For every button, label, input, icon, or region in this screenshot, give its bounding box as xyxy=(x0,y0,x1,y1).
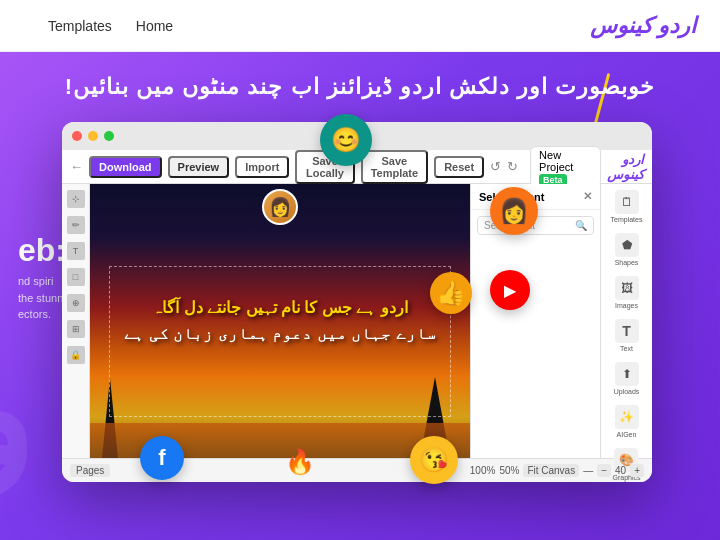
undo-icon[interactable]: ↺ xyxy=(490,159,501,174)
zoom-value: 40 xyxy=(615,465,626,476)
nav-logo: اردو کینوس xyxy=(590,13,696,39)
left-tool-text[interactable]: T xyxy=(67,242,85,260)
save-template-button[interactable]: Save Template xyxy=(361,150,428,184)
back-arrow-icon[interactable]: ← xyxy=(70,159,83,174)
navbar: Templates Home اردو کینوس xyxy=(0,0,720,52)
dot-red xyxy=(72,131,82,141)
nav-left: Templates Home xyxy=(24,18,173,34)
hero-section: ا و خوبصورت اور دلکش اردو ڈیزائنز اب چند… xyxy=(0,52,720,540)
zoom-50: 50% xyxy=(499,465,519,476)
floating-emoji-kiss: 😘 xyxy=(410,436,458,484)
bg-deco-2: و xyxy=(0,326,32,500)
left-tool-crop[interactable]: ⊞ xyxy=(67,320,85,338)
canvas-urdu-line-2: سارے جہاں میں دعوم ہماری زبان کی ہے xyxy=(119,321,442,347)
zoom-controls: 100% 50% Fit Canvas — − 40 + xyxy=(470,464,644,477)
floating-emoji-fire: 🔥 xyxy=(280,442,320,482)
pages-button[interactable]: Pages xyxy=(70,464,110,477)
dot-green xyxy=(104,131,114,141)
dot-yellow xyxy=(88,131,98,141)
tool-shapes[interactable]: ⬟ Shapes xyxy=(615,233,639,266)
tool-aigen[interactable]: ✨ AIGen xyxy=(615,405,639,438)
zoom-100: 100% xyxy=(470,465,496,476)
fit-canvas-button[interactable]: Fit Canvas xyxy=(523,464,579,477)
redo-icon[interactable]: ↻ xyxy=(507,159,518,174)
tool-images[interactable]: 🖼 Images xyxy=(615,276,639,309)
nav-item-home[interactable]: Home xyxy=(136,18,173,34)
left-tool-select[interactable]: ⊹ xyxy=(67,190,85,208)
floating-emoji-thumbsup: 👍 xyxy=(430,272,472,314)
canvas-image: 👩 اردو ہے جس کا نام تہیں جانتے دل آگاہ س… xyxy=(90,184,470,458)
floating-emoji-youtube: ▶ xyxy=(490,270,530,310)
new-project-button[interactable]: New Project Beta xyxy=(530,146,601,188)
font-list xyxy=(471,241,600,458)
toolbar-logo: اردو کینوس xyxy=(607,152,644,182)
canvas-urdu-line-1: اردو ہے جس کا نام تہیں جانتے دل آگاہ xyxy=(119,295,442,321)
tool-text[interactable]: T Text xyxy=(615,319,639,352)
canvas-avatar: 👩 xyxy=(262,189,298,225)
left-tool-pencil[interactable]: ✏ xyxy=(67,216,85,234)
uploads-icon: ⬆ xyxy=(615,362,639,386)
left-tool-zoom[interactable]: ⊕ xyxy=(67,294,85,312)
editor-right-toolbar: 🗒 Templates ⬟ Shapes 🖼 Images T Text ⬆ xyxy=(600,184,652,458)
shapes-icon: ⬟ xyxy=(615,233,639,257)
import-button[interactable]: Import xyxy=(235,156,289,178)
browser-content: ⊹ ✏ T □ ⊕ ⊞ 🔒 👩 اردو ہے جس ک xyxy=(62,184,652,458)
hero-headline: خوبصورت اور دلکش اردو ڈیزائنز اب چند منٹ… xyxy=(65,74,655,100)
preview-button[interactable]: Preview xyxy=(168,156,230,178)
floating-emoji-teal: 😊 xyxy=(320,114,372,166)
images-icon: 🖼 xyxy=(615,276,639,300)
font-panel: Select a font ✕ Search font 🔍 xyxy=(470,184,600,458)
browser-mockup: ← Download Preview Import Save Locally S… xyxy=(62,122,652,482)
zoom-plus-button[interactable]: + xyxy=(630,464,644,477)
reset-button[interactable]: Reset xyxy=(434,156,484,178)
left-tool-shape[interactable]: □ xyxy=(67,268,85,286)
nav-item-templates[interactable]: Templates xyxy=(48,18,112,34)
zoom-minus-button[interactable]: − xyxy=(597,464,611,477)
editor-left-sidebar: ⊹ ✏ T □ ⊕ ⊞ 🔒 xyxy=(62,184,90,458)
floating-emoji-facebook: f xyxy=(140,436,184,480)
search-icon: 🔍 xyxy=(575,220,587,231)
templates-icon: 🗒 xyxy=(615,190,639,214)
tool-uploads[interactable]: ⬆ Uploads xyxy=(614,362,640,395)
canvas-area[interactable]: 👩 اردو ہے جس کا نام تہیں جانتے دل آگاہ س… xyxy=(90,184,470,458)
zoom-separator: — xyxy=(583,465,593,476)
text-icon: T xyxy=(615,319,639,343)
left-tool-lock[interactable]: 🔒 xyxy=(67,346,85,364)
canvas-urdu-text: اردو ہے جس کا نام تہیں جانتے دل آگاہ سار… xyxy=(119,295,442,346)
floating-emoji-girl: 👩 xyxy=(490,187,538,235)
tool-templates[interactable]: 🗒 Templates xyxy=(611,190,643,223)
font-panel-close[interactable]: ✕ xyxy=(583,190,592,203)
aigen-icon: ✨ xyxy=(615,405,639,429)
download-button[interactable]: Download xyxy=(89,156,162,178)
